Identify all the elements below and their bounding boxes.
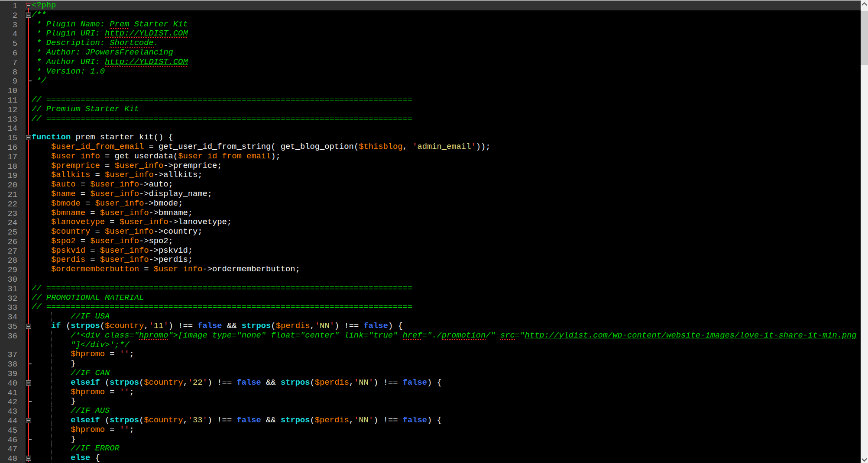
code-token: else: [71, 453, 90, 463]
code-token: src: [500, 331, 515, 340]
code-line[interactable]: */: [32, 76, 46, 86]
code-line[interactable]: $pskvid = $user_info->pskvid;: [32, 246, 193, 256]
fold-toggle[interactable]: [26, 13, 31, 18]
code-token: ;: [129, 349, 134, 359]
chevron-down-icon: [862, 456, 867, 462]
code-line[interactable]: elseif (strpos($country,'33') !== false …: [32, 416, 442, 425]
code-line[interactable]: function prem_starter_kit() {: [32, 133, 173, 142]
code-line[interactable]: //IF CAN: [32, 369, 110, 378]
code-line[interactable]: /*<div class="hpromo">[image type="none"…: [32, 331, 857, 341]
code-token: // =====================================…: [32, 302, 412, 312]
code-line[interactable]: // Premium Starter Kit: [32, 105, 139, 114]
code-token: =: [105, 217, 120, 227]
code-token: [32, 453, 71, 463]
code-line[interactable]: /**: [32, 10, 46, 20]
code-line[interactable]: $premprice = $user_info->premprice;: [32, 161, 222, 171]
code-line[interactable]: $hpromo = '';: [32, 350, 134, 359]
code-token: /": [486, 331, 500, 340]
code-token: $ordermemberbutton: [51, 264, 139, 274]
code-line[interactable]: $lanovetype = $user_info->lanovetype;: [32, 218, 232, 227]
code-token: false: [198, 321, 222, 331]
code-token: (: [271, 321, 275, 331]
code-line[interactable]: $name = $user_info->display_name;: [32, 190, 212, 199]
code-token: [32, 161, 51, 170]
vertical-scrollbar[interactable]: [861, 0, 868, 463]
code-token: ': [354, 415, 359, 425]
code-token: // Premium Starter Kit: [32, 104, 139, 114]
code-line[interactable]: "]</div>';*/: [32, 341, 129, 350]
code-line[interactable]: $user_id_from_email = get_user_id_from_s…: [32, 142, 491, 152]
fold-toggle[interactable]: [26, 456, 31, 461]
code-token: ) !==: [207, 378, 237, 387]
code-line[interactable]: $spo2 = $user_info->spo2;: [32, 237, 173, 246]
code-line[interactable]: * Description: Shortcode.: [32, 39, 159, 48]
code-token: $user_info: [90, 180, 139, 189]
code-token: $lanovetype: [51, 217, 105, 227]
code-token: $user_info: [100, 255, 149, 264]
fold-toggle[interactable]: [26, 135, 31, 140]
code-line[interactable]: // =====================================…: [32, 95, 412, 105]
code-line[interactable]: //IF ERROR: [32, 444, 120, 453]
code-token: [32, 255, 51, 264]
code-area[interactable]: <?php/** * Plugin Name: Prem Starter Kit…: [0, 0, 861, 463]
code-token: =: [90, 227, 105, 236]
code-line[interactable]: // =====================================…: [32, 284, 412, 293]
code-token: $user_info: [90, 189, 139, 199]
code-token: $perdis: [315, 378, 349, 387]
scroll-down-button[interactable]: [861, 456, 868, 463]
code-line[interactable]: //IF USA: [32, 312, 110, 322]
code-line[interactable]: }: [32, 397, 75, 406]
code-token: [32, 246, 51, 255]
code-line[interactable]: }: [32, 359, 75, 369]
code-line[interactable]: if (strpos($country,'11') !== false && s…: [32, 322, 403, 331]
fold-toggle[interactable]: [26, 3, 31, 8]
code-token: $hpromo: [71, 387, 105, 397]
code-token: =: [139, 264, 154, 274]
code-line[interactable]: $hpromo = '';: [32, 425, 134, 435]
code-line[interactable]: $perdis = $user_info->perdis;: [32, 255, 193, 265]
code-token: $hpromo: [71, 425, 105, 434]
code-line[interactable]: }: [32, 435, 75, 444]
code-line[interactable]: $ordermemberbutton = $user_info->orderme…: [32, 265, 300, 274]
code-line[interactable]: <?php: [32, 1, 56, 10]
fold-toggle[interactable]: [26, 324, 31, 329]
code-line[interactable]: // PROMOTIONAL MATERIAL: [32, 293, 144, 303]
code-token: ->bmode;: [144, 199, 183, 208]
code-token: $user_info: [120, 217, 168, 227]
code-token: ': [315, 321, 320, 331]
code-token: $user_info: [105, 227, 154, 236]
code-line[interactable]: $bmname = $user_info->bmname;: [32, 209, 193, 218]
scrollbar-thumb[interactable]: [861, 11, 868, 65]
code-token: ': [149, 321, 154, 331]
code-line[interactable]: $bmode = $user_info->bmode;: [32, 199, 183, 209]
code-line[interactable]: //IF AUS: [32, 406, 110, 416]
code-line[interactable]: $user_info = get_userdata($user_id_from_…: [32, 152, 281, 161]
code-line[interactable]: * Plugin Name: Prem Starter Kit: [32, 20, 188, 29]
code-line[interactable]: $auto = $user_info->auto;: [32, 180, 173, 190]
code-token: [32, 180, 51, 189]
scroll-up-button[interactable]: [861, 0, 868, 7]
code-token: Starter Kit: [129, 19, 188, 29]
code-line[interactable]: elseif (strpos($country,'22') !== false …: [32, 378, 442, 388]
code-token: $country: [105, 321, 144, 331]
code-token: &&: [261, 378, 281, 387]
code-token: ': [354, 378, 359, 387]
code-line[interactable]: * Version: 1.0: [32, 67, 105, 77]
code-token: [32, 189, 51, 199]
code-line[interactable]: $hpromo = '';: [32, 388, 134, 397]
code-token: * Version: 1.0: [32, 67, 105, 76]
code-line[interactable]: // =====================================…: [32, 114, 412, 124]
code-line[interactable]: // =====================================…: [32, 302, 412, 312]
code-token: elseif: [71, 415, 100, 425]
fold-toggle[interactable]: [26, 418, 31, 423]
code-token: (: [100, 321, 105, 331]
code-line[interactable]: $country = $user_info->country;: [32, 227, 203, 237]
code-token: * Plugin URI:: [32, 29, 105, 38]
code-line[interactable]: else {: [32, 453, 100, 463]
code-line[interactable]: $allkits = $user_info->allkits;: [32, 170, 203, 180]
code-line[interactable]: * Plugin URI: http://YLDIST.COM: [32, 29, 188, 39]
code-line[interactable]: * Author: JPowersFreelancing: [32, 48, 173, 58]
fold-toggle[interactable]: [26, 380, 31, 386]
code-token: (: [139, 378, 144, 387]
code-line[interactable]: * Author URI: http://YLDIST.COM: [32, 58, 188, 67]
